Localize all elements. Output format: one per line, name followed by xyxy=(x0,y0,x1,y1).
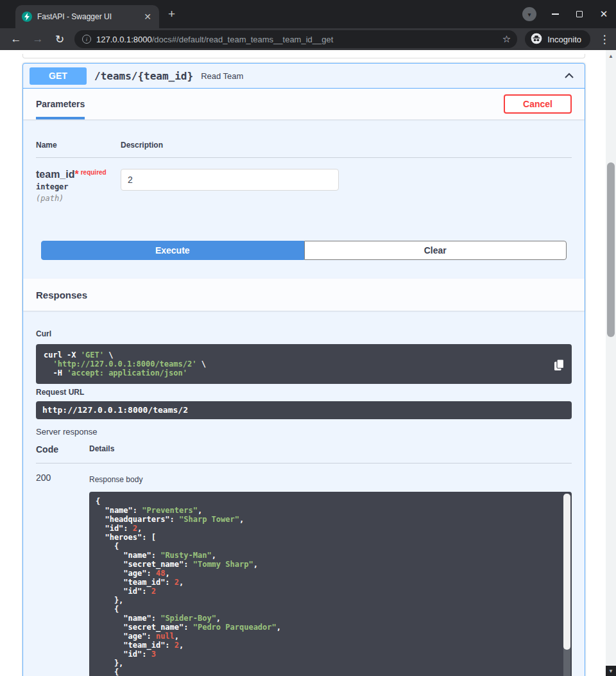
response-details-cell: Response body { "name": "Preventers", "h… xyxy=(89,472,572,676)
parameters-container: Name Description team_id*required intege… xyxy=(23,119,585,279)
code-line: }, xyxy=(96,659,556,668)
close-button[interactable]: ✕ xyxy=(598,7,610,21)
response-body-block: { "name": "Preventers", "headquarters": … xyxy=(89,492,572,676)
tab-title: FastAPI - Swagger UI xyxy=(37,12,137,21)
clear-button[interactable]: Clear xyxy=(304,241,567,260)
code-line: "heroes": [ xyxy=(96,533,556,542)
browser-window: FastAPI - Swagger UI ✕ + ▾ ✕ ← → ↻ i 127… xyxy=(0,0,616,676)
response-row: 200 Response body { "name": "Preventers"… xyxy=(36,464,572,676)
tab-close-icon[interactable]: ✕ xyxy=(142,12,153,22)
code-line: "id": 2 xyxy=(96,587,556,596)
previous-block-edge xyxy=(22,54,585,58)
window-controls: ▾ ✕ xyxy=(522,6,610,22)
code-line: { xyxy=(96,668,556,676)
code-line: "headquarters": "Sharp Tower", xyxy=(96,515,556,524)
responses-inner: Curl curl -X 'GET' \ 'http://127.0.0.1:8… xyxy=(23,311,585,676)
column-details-header: Details xyxy=(89,444,114,455)
column-description-header: Description xyxy=(121,141,163,150)
incognito-badge: Incognito xyxy=(525,30,590,48)
copy-to-clipboard-icon[interactable] xyxy=(551,357,567,372)
code-line: { xyxy=(96,497,556,506)
tab-search-button[interactable]: ▾ xyxy=(522,7,536,21)
column-code-header: Code xyxy=(36,444,89,455)
parameter-location: (path) xyxy=(36,194,121,203)
parameters-header: Parameters Cancel xyxy=(23,89,585,119)
team-id-input[interactable] xyxy=(121,169,339,191)
responses-header: Responses xyxy=(23,279,585,311)
required-star: * xyxy=(74,169,78,180)
response-body-scrollbar[interactable] xyxy=(563,494,570,676)
code-line: "age": 48, xyxy=(96,569,556,578)
collapse-chevron-icon[interactable] xyxy=(563,69,576,82)
request-url-block: http://127.0.0.1:8000/teams/2 xyxy=(36,401,572,419)
response-table-header: Code Details xyxy=(36,444,572,464)
required-label: required xyxy=(81,169,107,176)
server-response-label: Server response xyxy=(36,427,572,437)
code-line: "name": "Spider-Boy", xyxy=(96,614,556,623)
incognito-icon xyxy=(530,32,543,47)
forward-button[interactable]: → xyxy=(31,33,45,46)
url-host: 127.0.0.1:8000 xyxy=(96,35,152,44)
endpoint-summary: Read Team xyxy=(201,71,243,81)
code-line: "secret_name": "Tommy Sharp", xyxy=(96,560,556,569)
code-line: -H 'accept: application/json' xyxy=(44,368,564,377)
scrollbar-up-icon[interactable]: ▲ xyxy=(606,51,616,60)
code-line: "age": null, xyxy=(96,632,556,641)
opblock-get-teams: GET /teams/{team_id} Read Team Parameter… xyxy=(22,63,585,676)
tab-strip: FastAPI - Swagger UI ✕ + ▾ ✕ xyxy=(0,0,616,28)
request-url-label: Request URL xyxy=(36,388,572,397)
page-scrollbar-thumb[interactable] xyxy=(607,162,615,337)
scrollbar-down-icon[interactable]: ▼ xyxy=(606,666,616,676)
execute-button[interactable]: Execute xyxy=(41,241,304,260)
code-line: "id": 3 xyxy=(96,650,556,659)
bookmark-star-icon[interactable]: ☆ xyxy=(502,33,511,45)
code-line: "name": "Rusty-Man", xyxy=(96,551,556,560)
parameter-value-cell xyxy=(121,169,339,203)
opblock-summary[interactable]: GET /teams/{team_id} Read Team xyxy=(23,64,585,89)
maximize-button[interactable] xyxy=(574,7,585,21)
page-scrollbar[interactable]: ▲ ▼ xyxy=(606,50,616,676)
code-line: { xyxy=(96,542,556,551)
tab-parameters[interactable]: Parameters xyxy=(36,89,85,119)
code-line: "team_id": 2, xyxy=(96,578,556,587)
new-tab-button[interactable]: + xyxy=(168,8,175,20)
curl-code-block: curl -X 'GET' \ 'http://127.0.0.1:8000/t… xyxy=(36,344,572,384)
code-line: }, xyxy=(96,596,556,605)
execute-row: Execute Clear xyxy=(41,241,567,260)
response-body-scrollbar-thumb[interactable] xyxy=(563,494,570,650)
code-line: { xyxy=(96,605,556,614)
reload-button[interactable]: ↻ xyxy=(53,33,67,46)
incognito-label: Incognito xyxy=(547,35,581,44)
code-line: "team_id": 2, xyxy=(96,641,556,650)
minimize-button[interactable] xyxy=(549,7,561,21)
parameters-table-header: Name Description xyxy=(36,132,572,158)
cancel-button[interactable]: Cancel xyxy=(504,94,572,114)
url-path: /docs#/default/read_team_teams__team_id_… xyxy=(152,35,334,44)
back-button[interactable]: ← xyxy=(9,33,23,46)
parameter-meta: team_id*required integer (path) xyxy=(36,169,121,203)
code-line: "id": 2, xyxy=(96,524,556,533)
response-body-label: Response body xyxy=(89,472,572,484)
parameter-type: integer xyxy=(36,182,121,191)
browser-toolbar: ← → ↻ i 127.0.0.1:8000/docs#/default/rea… xyxy=(0,28,616,50)
url-text: 127.0.0.1:8000/docs#/default/read_team_t… xyxy=(96,35,497,44)
fastapi-favicon-icon xyxy=(22,12,32,22)
address-bar[interactable]: i 127.0.0.1:8000/docs#/default/read_team… xyxy=(74,30,517,48)
method-badge: GET xyxy=(30,67,87,85)
page-content: GET /teams/{team_id} Read Team Parameter… xyxy=(0,50,606,676)
endpoint-path: /teams/{team_id} xyxy=(94,70,193,82)
code-line: "name": "Preventers", xyxy=(96,506,556,515)
page-info-icon[interactable]: i xyxy=(82,35,91,44)
parameter-row: team_id*required integer (path) xyxy=(36,158,572,203)
code-line: "secret_name": "Pedro Parqueador", xyxy=(96,623,556,632)
browser-menu-icon[interactable]: ⋮ xyxy=(598,33,611,46)
parameter-name: team_id*required xyxy=(36,169,121,180)
curl-label: Curl xyxy=(36,329,572,338)
browser-tab[interactable]: FastAPI - Swagger UI ✕ xyxy=(15,5,159,28)
column-name-header: Name xyxy=(36,141,121,150)
status-code: 200 xyxy=(36,472,89,676)
code-line: 'http://127.0.0.1:8000/teams/2' \ xyxy=(44,360,564,368)
code-line: curl -X 'GET' \ xyxy=(44,351,564,360)
responses-title: Responses xyxy=(36,290,87,300)
